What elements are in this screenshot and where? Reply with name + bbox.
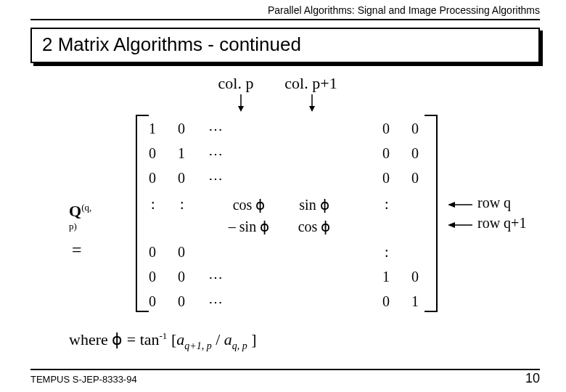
m-7-3: ⋯ xyxy=(208,269,223,286)
m-7-1: 0 xyxy=(149,269,156,285)
m-7-2: 0 xyxy=(178,269,185,285)
svg-marker-1 xyxy=(238,106,244,112)
m-2-2: 1 xyxy=(178,145,185,162)
m-2-7: 0 xyxy=(382,145,390,162)
svg-marker-5 xyxy=(448,202,455,208)
where-clause: where ϕ = tan-1 [aq+1, p / aq, p ] xyxy=(69,330,257,352)
m-3-7: 0 xyxy=(382,170,390,187)
col-p1-label: col. p+1 xyxy=(279,74,344,93)
header-rule xyxy=(30,19,540,20)
m-4-2: : xyxy=(180,196,184,213)
m-8-2: 0 xyxy=(178,293,185,310)
m-1-2: 0 xyxy=(178,121,185,137)
title-box: 2 Matrix Algorithms - continued xyxy=(30,28,540,63)
svg-marker-3 xyxy=(309,106,315,112)
m-4-4: cos ϕ xyxy=(223,196,275,213)
m-2-1: 0 xyxy=(149,145,156,162)
m-7-8: 0 xyxy=(411,269,419,285)
m-3-1: 0 xyxy=(149,170,156,187)
svg-marker-7 xyxy=(448,222,455,228)
m-8-7: 0 xyxy=(382,293,390,310)
m-3-8: 0 xyxy=(411,170,419,187)
m-8-1: 0 xyxy=(149,293,156,310)
m-6-7: : xyxy=(385,244,389,261)
m-5-5: cos ϕ xyxy=(288,218,340,235)
m-4-1: : xyxy=(151,196,155,213)
footer-left: TEMPUS S-JEP-8333-94 xyxy=(30,374,137,385)
m-2-8: 0 xyxy=(411,145,419,162)
m-3-2: 0 xyxy=(178,170,185,187)
row-q-label: row q xyxy=(477,192,526,213)
col-arrows xyxy=(210,93,356,115)
footer-rule xyxy=(30,369,540,370)
right-bracket xyxy=(424,115,438,312)
m-8-3: ⋯ xyxy=(208,293,223,311)
row-arrows xyxy=(446,200,474,229)
m-2-3: ⋯ xyxy=(208,145,223,163)
header-text: Parallel Algorithms: Signal and Image Pr… xyxy=(268,4,540,16)
m-1-7: 0 xyxy=(382,121,390,137)
m-1-3: ⋯ xyxy=(208,121,223,138)
matrix-symbol: Q(q, p) = xyxy=(69,202,91,260)
m-4-5: sin ϕ xyxy=(288,196,340,213)
m-1-8: 0 xyxy=(411,121,419,137)
page-number: 10 xyxy=(525,371,540,386)
m-4-7: : xyxy=(385,196,389,213)
row-q1-label: row q+1 xyxy=(477,213,526,233)
m-7-7: 1 xyxy=(382,269,390,285)
m-1-1: 1 xyxy=(149,121,156,137)
row-labels: row q row q+1 xyxy=(477,192,526,233)
m-3-3: ⋯ xyxy=(208,170,223,187)
left-bracket xyxy=(136,115,149,312)
column-labels: col. p col. p+1 xyxy=(210,74,344,93)
m-6-1: 0 xyxy=(149,244,156,261)
m-5-4: – sin ϕ xyxy=(216,218,282,235)
col-p-label: col. p xyxy=(210,74,261,93)
page-title: 2 Matrix Algorithms - continued xyxy=(42,33,531,56)
m-6-2: 0 xyxy=(178,244,185,261)
m-8-8: 1 xyxy=(411,293,419,310)
